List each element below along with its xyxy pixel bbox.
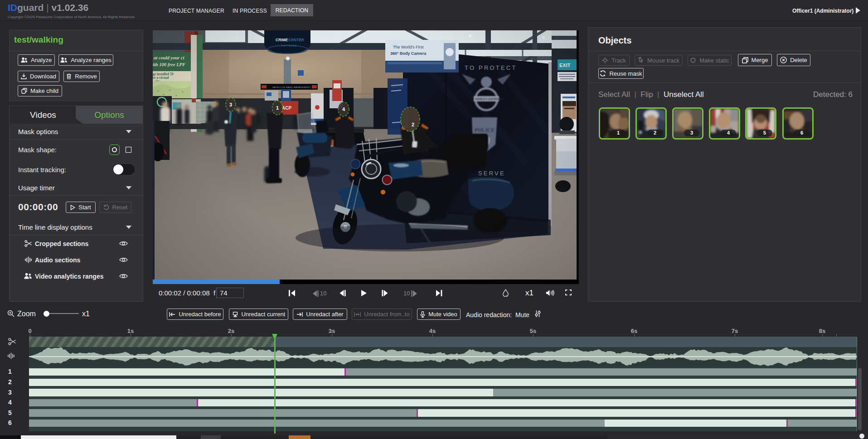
svg-text:2: 2	[412, 122, 414, 127]
svg-text:1: 1	[276, 105, 279, 111]
svg-text:3: 3	[229, 102, 232, 107]
svg-text:4: 4	[342, 106, 345, 112]
